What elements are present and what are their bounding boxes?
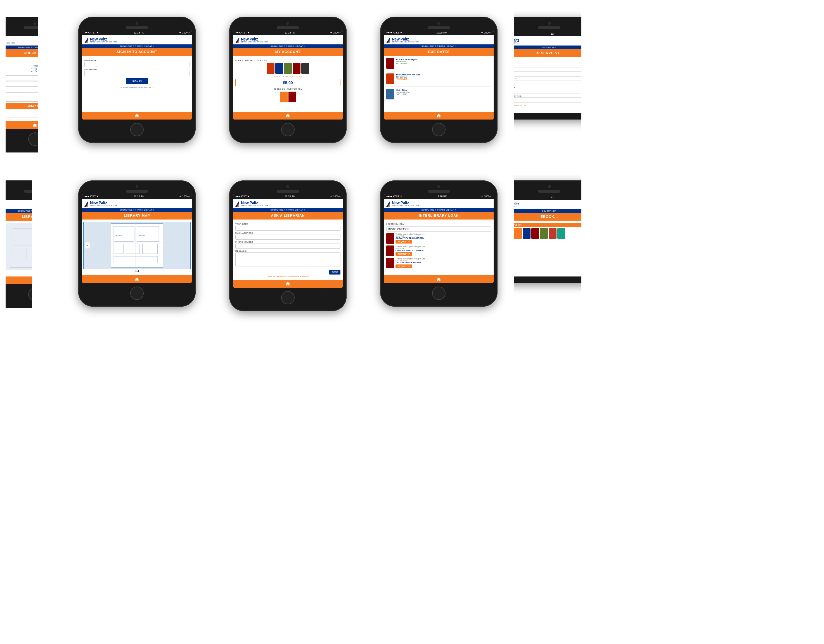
screen-map2: ●●● AT&T ▼ 12:28 PM ✈ 100%▪ New Paltz St…: [82, 194, 192, 283]
book-cover-4: [293, 63, 300, 74]
home-icon: [135, 277, 139, 281]
library-result-1: To Kill a Mockingbird / Harper Lee Avail…: [386, 233, 491, 244]
ask-email-input[interactable]: [235, 235, 340, 240]
phone-label: PHONE NUMBER: [235, 241, 340, 243]
reserve-date-input[interactable]: [514, 89, 581, 94]
ebook-cover-8: [557, 228, 565, 239]
bottom-nav[interactable]: [233, 112, 343, 120]
phone-ask-librarian: ●●● AT&T ▼ 12:28 PM ✈ 100%▪ New Paltz St…: [212, 175, 363, 317]
library-bar: Sojourner Truth Library: [384, 44, 493, 48]
due-info-1: To Kill a Mockingbird Harper Lee RETURNE…: [396, 58, 418, 65]
logo-main: New Paltz: [6, 38, 15, 42]
lib-name-1: ALBANY PUBLIC LIBRARY: [395, 237, 425, 239]
map-prev-button[interactable]: ‹: [85, 242, 90, 249]
checkout-address-input[interactable]: [6, 88, 61, 93]
page-title-map2: LIBRARY MAP: [82, 212, 192, 219]
reserve-period-input[interactable]: [514, 97, 581, 103]
home-icon: [286, 113, 290, 118]
result-info-3: To Kill a Mockingbird / Harper Lee Check…: [395, 258, 425, 268]
phone-checkout-partial: 12:26 PM ▂▄▆ ✈ 100% New Paltz State Univ…: [6, 11, 61, 158]
speaker: [126, 26, 148, 29]
checkout-address2-input[interactable]: [6, 97, 61, 102]
on-hold-books: [235, 92, 340, 102]
request-button-3[interactable]: REQUEST IT: [395, 264, 412, 268]
bottom-nav[interactable]: [233, 280, 343, 288]
lib-name-3: TROY PUBLIC LIBRARY: [395, 261, 425, 264]
home-button[interactable]: [28, 288, 42, 301]
speaker: [277, 26, 299, 29]
reserve-num-input[interactable]: [514, 80, 581, 85]
map-display-1: ›: [6, 223, 61, 270]
book-author-1: Harper Lee: [396, 61, 418, 63]
home-button[interactable]: [281, 291, 295, 304]
svg-text:Section B: Section B: [138, 235, 145, 236]
logo-sub: State University of New York: [90, 205, 117, 206]
floor-plan-svg: [6, 223, 61, 270]
request-button-1[interactable]: REQUEST IT: [395, 240, 412, 244]
camera-dot: [286, 186, 289, 188]
logo-sub: State University of New York: [6, 42, 15, 44]
due-back-input[interactable]: [6, 113, 61, 118]
inter-content: LOCATE BY ISBN To Kill a Mockingbird / H…: [384, 219, 493, 275]
app-header: New Paltz State University...: [514, 200, 581, 209]
email-label: EMAIL ADDRESS: [235, 232, 340, 234]
svg-rect-2: [13, 248, 24, 259]
home-button[interactable]: [432, 287, 446, 300]
status-carrier: ●●● AT&T ▼: [235, 31, 250, 34]
sign-in-button[interactable]: SIGN IN: [126, 78, 148, 84]
bottom-nav[interactable]: [82, 275, 192, 283]
checkout-button[interactable]: CHECK OUT: [6, 103, 61, 109]
home-button[interactable]: [281, 123, 295, 136]
phone-due-dates: ●●●● AT&T ▼ 12:28 PM ✈ 100%▪ New Paltz S…: [363, 11, 514, 158]
page-title-inter: INTERLIBRARY LOAN: [384, 212, 493, 219]
book-cover-5: [301, 63, 309, 74]
bottom-nav[interactable]: [384, 275, 493, 283]
forgot-link[interactable]: FORGOT USERNAME/PASSWORD?: [85, 87, 189, 89]
ask-phone-input[interactable]: [235, 244, 340, 248]
username-input[interactable]: [85, 62, 189, 67]
ask-message-input[interactable]: [235, 253, 340, 267]
svg-rect-1: [13, 229, 35, 245]
bottom-nav[interactable]: [6, 276, 61, 284]
status-bar-ebook: ●●●● AT&T ▼ 12: ✈ 100%: [514, 195, 581, 200]
phone-shell-map2: ●●● AT&T ▼ 12:28 PM ✈ 100%▪ New Paltz St…: [78, 180, 196, 307]
home-button[interactable]: [130, 123, 144, 136]
library-bar: Sojourner Truth Library: [6, 46, 61, 49]
send-button[interactable]: SEND: [329, 270, 340, 274]
status-bar-ask: ●●● AT&T ▼ 12:28 PM ✈ 100%▪: [233, 194, 343, 199]
request-button-2[interactable]: REQUEST IT: [395, 252, 412, 256]
status-time2: 12:28 PM: [134, 31, 145, 34]
isbn-input[interactable]: [386, 227, 491, 232]
due-back-label: DUE BACK BY: [6, 110, 61, 112]
map2-content: Section A Section B ‹: [82, 219, 192, 275]
due-book-cover-2: [386, 74, 394, 84]
due-info-2: The Catcher in the Rye J.D. Salinger PAS…: [396, 74, 420, 80]
status-bar: 12:26 PM ✈ 100%: [6, 195, 61, 200]
home-button[interactable]: [130, 287, 144, 300]
password-input[interactable]: [85, 71, 189, 76]
username-label: USERNAME: [85, 60, 189, 61]
home-icon: [437, 277, 441, 281]
reserve-name-input[interactable]: [514, 63, 581, 68]
status-time: 12:28 PM: [284, 31, 295, 34]
checkout-name-input[interactable]: [6, 75, 61, 80]
bottom-nav[interactable]: [384, 112, 493, 120]
logo-triangle-icon: [386, 201, 390, 207]
status-due-3: DUE 11/2/16: [396, 93, 410, 95]
checkout-field2-input[interactable]: [6, 81, 61, 87]
logo-sub: State University...: [514, 42, 519, 44]
bottom-nav[interactable]: [6, 121, 61, 129]
status-bar: 12:26 PM ▂▄▆ ✈ 100%: [6, 31, 61, 36]
reservation-date-label: RESERVATION DATE:: [514, 87, 581, 88]
logo-sub: State University of New York: [241, 41, 268, 43]
ask-name-input[interactable]: [235, 225, 340, 231]
home-button[interactable]: [432, 123, 446, 136]
app-header: New Paltz State University of New York: [384, 199, 493, 208]
bottom-nav[interactable]: [82, 112, 192, 120]
reserve-email-input[interactable]: [514, 72, 581, 77]
screen-signin: ●●● AT&T ▼ 12:28 PM ✈ 100%▪ New Paltz St…: [82, 30, 192, 120]
message-label: MESSAGE:: [235, 250, 340, 252]
signin-content: USERNAME PASSWORD SIGN IN FORGOT USERNAM…: [82, 56, 192, 112]
page-title-checkout: CHECK OUT: [6, 49, 61, 57]
ebook-cover-5: [531, 228, 539, 239]
